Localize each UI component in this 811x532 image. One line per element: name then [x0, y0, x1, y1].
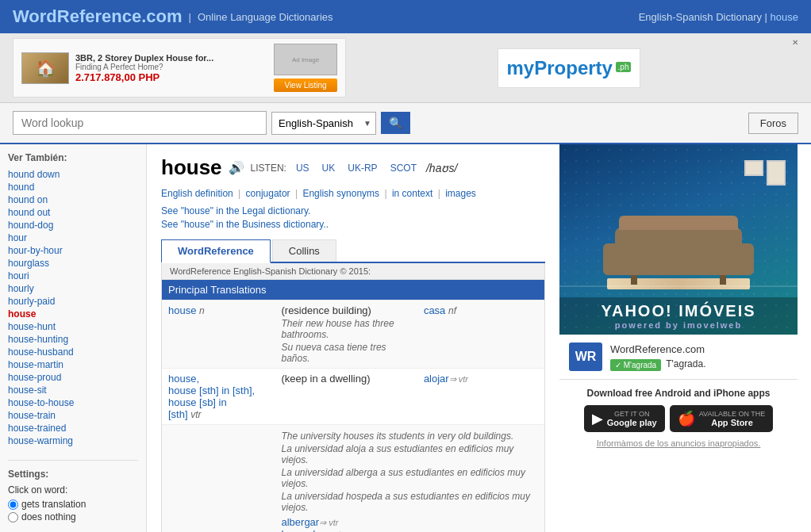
app-store-button[interactable]: 🍎 AVAILABLE ON THE App Store — [670, 405, 774, 432]
def-cell: (keep in a dwelling) — [275, 369, 417, 425]
search-input[interactable] — [13, 111, 267, 135]
accent-us-button[interactable]: US — [293, 161, 313, 175]
radio-does-nothing[interactable]: does nothing — [8, 511, 138, 522]
sofa-legs — [631, 275, 726, 285]
ad-corner-close[interactable]: ✕ — [792, 38, 798, 47]
search-bar: English-Spanish Spanish-English English-… — [0, 103, 811, 144]
sidebar-link[interactable]: house-hunting — [8, 333, 138, 346]
audio-button[interactable]: 🔊 — [229, 160, 244, 175]
in-context-link[interactable]: in context — [392, 188, 432, 199]
sidebar-link[interactable]: hour-by-hour — [8, 244, 138, 257]
foros-button[interactable]: Foros — [748, 113, 798, 134]
ad-bar: 🏠 3BR, 2 Storey Duplex House for... Find… — [0, 33, 811, 103]
sidebar-link[interactable]: house-hunt — [8, 320, 138, 333]
radio-does-nothing-input[interactable] — [8, 512, 18, 522]
view-listing-button[interactable]: View Listing — [274, 78, 337, 92]
header-right-word[interactable]: house — [771, 11, 798, 23]
translations-table: Principal Translations house n (residenc… — [162, 280, 544, 532]
word-en: house — [168, 304, 196, 316]
sofa-leg — [631, 275, 637, 285]
sidebar-link[interactable]: hound-dog — [8, 219, 138, 232]
example-es3: La universidad hospeda a sus estudiantes… — [281, 491, 538, 513]
translation-link[interactable]: casa — [424, 304, 445, 316]
sidebar-link[interactable]: hound — [8, 181, 138, 193]
download-title: Download free Android and iPhone apps — [569, 388, 788, 399]
google-play-button[interactable]: ▶ GET IT ON Google play — [584, 405, 665, 432]
conjugator-link[interactable]: conjugator — [246, 188, 290, 199]
floor-line — [559, 285, 798, 287]
principal-translations-label: Principal Translations — [168, 284, 267, 296]
frame-2 — [767, 160, 786, 186]
sidebar-link[interactable]: hourly — [8, 282, 138, 295]
sidebar-link-active[interactable]: house — [8, 308, 138, 320]
sidebar-link[interactable]: hourglass — [8, 257, 138, 270]
extra-trans: albergar⇒ vtr hospedar⇒ vtr — [281, 516, 538, 532]
frame-1 — [744, 160, 763, 176]
settings-label: Settings: — [8, 469, 138, 480]
sofa-leg — [720, 275, 726, 285]
sidebar-link[interactable]: hour — [8, 232, 138, 244]
sidebar-links: hound down hound hound on hound out houn… — [8, 168, 138, 447]
app-buttons: ▶ GET IT ON Google play 🍎 AVAILABLE ON T… — [569, 405, 788, 432]
ad-brand-block: myProperty .ph — [498, 48, 640, 88]
sidebar-link[interactable]: house-martin — [8, 358, 138, 371]
header-right-text: English-Spanish Dictionary | — [639, 11, 771, 23]
hospedar-link[interactable]: hospedar — [281, 528, 324, 532]
example-es2: La universidad alberga a sus estudiantes… — [281, 467, 538, 489]
sidebar-link[interactable]: hound on — [8, 193, 138, 206]
dict-content: WordReference English-Spanish Dictionary… — [161, 263, 545, 532]
tab-wordreference[interactable]: WordReference — [161, 239, 271, 263]
table-row: house n (residence building) Their new h… — [162, 300, 544, 369]
radio-gets-translation-input[interactable] — [8, 499, 18, 510]
sidebar-link[interactable]: hourly-paid — [8, 295, 138, 308]
sidebar-link[interactable]: houri — [8, 270, 138, 282]
translation-link[interactable]: alojar — [424, 373, 449, 385]
m-agrada-badge[interactable]: ✓ M'agrada — [610, 359, 661, 371]
accent-scot-button[interactable]: SCOT — [387, 161, 420, 175]
sidebar-link[interactable]: house-husband — [8, 346, 138, 358]
tab-collins[interactable]: Collins — [272, 239, 336, 262]
tagrada-text: T'agrada. — [666, 358, 705, 369]
english-synonyms-link[interactable]: English synonyms — [302, 188, 379, 199]
available-on-label: AVAILABLE ON THE — [699, 410, 766, 418]
images-link[interactable]: images — [445, 188, 476, 199]
word-cell: house,house [sth] in [sth],house [sb] in… — [162, 369, 275, 425]
header-separator: | — [189, 11, 191, 23]
sidebar-link[interactable]: house-trained — [8, 422, 138, 434]
app-store-label: App Store — [711, 418, 753, 427]
sidebar-link[interactable]: hound out — [8, 206, 138, 219]
radio-does-nothing-label: does nothing — [21, 511, 76, 522]
english-definition-link[interactable]: English definition — [161, 188, 233, 199]
sidebar-link[interactable]: house-sit — [8, 384, 138, 396]
sidebar-link[interactable]: house-warming — [8, 434, 138, 447]
albergar-link[interactable]: albergar — [281, 516, 319, 528]
definition: (keep in a dwelling) — [281, 373, 370, 385]
table-row: house,house [sth] in [sth],house [sb] in… — [162, 369, 544, 425]
site-name: WordReference — [13, 6, 141, 26]
search-button[interactable]: 🔍 — [381, 112, 410, 134]
radio-gets-translation[interactable]: gets translation — [8, 499, 138, 510]
examples-cell: The university houses its students in ve… — [275, 425, 544, 533]
brand-tag: .ph — [616, 62, 632, 72]
lang-select-wrap: English-Spanish Spanish-English English-… — [271, 112, 376, 135]
see-also-legal[interactable]: See "house" in the Legal dictionary. — [161, 205, 545, 216]
accent-uk-button[interactable]: UK — [319, 161, 339, 175]
radio-gets-translation-label: gets translation — [21, 499, 86, 510]
wordref-promo-content: WordReference.com ✓ M'agrada T'agrada. — [610, 343, 705, 371]
sidebar-link[interactable]: house-train — [8, 409, 138, 422]
sidebar-link[interactable]: house-to-house — [8, 396, 138, 409]
sofa — [615, 228, 742, 275]
site-title[interactable]: WordReference.com — [13, 6, 183, 27]
sidebar-link[interactable]: hound down — [8, 168, 138, 181]
see-also-business[interactable]: See "house" in the Business dictionary.. — [161, 219, 545, 230]
sofa-arm-right — [742, 243, 754, 275]
word-cell: house n — [162, 300, 275, 369]
sidebar-link[interactable]: house-proud — [8, 371, 138, 384]
pronunciation: /haʊs/ — [426, 162, 457, 174]
lang-select[interactable]: English-Spanish Spanish-English English-… — [271, 112, 376, 135]
pos: n — [199, 305, 205, 316]
report-ad-link[interactable]: Informàmos de los anuncios inapropiados. — [569, 438, 788, 448]
separator-1: | — [238, 188, 240, 199]
accent-ukrp-button[interactable]: UK-RP — [344, 161, 380, 175]
get-it-on-label: GET IT ON — [607, 410, 657, 418]
